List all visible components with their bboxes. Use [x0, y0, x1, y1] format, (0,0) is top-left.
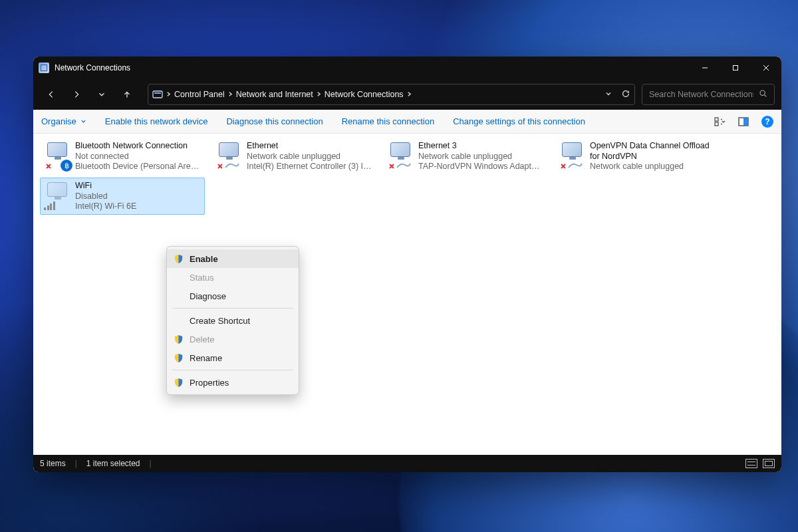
chevron-right-icon[interactable] — [227, 90, 233, 99]
command-bar: Organise Enable this network device Diag… — [33, 110, 781, 134]
connection-status: Network cable unplugged — [590, 162, 715, 172]
cm-create-shortcut[interactable]: Create Shortcut — [167, 311, 299, 330]
error-x-icon — [387, 162, 396, 171]
connection-status: Network cable unplugged — [247, 152, 372, 162]
item-count: 5 items — [40, 459, 66, 468]
error-x-icon — [44, 162, 53, 171]
svg-rect-8 — [715, 118, 718, 121]
refresh-button[interactable] — [621, 89, 630, 100]
connection-item-wifi[interactable]: WiFi Disabled Intel(R) Wi-Fi 6E — [40, 178, 205, 215]
error-x-icon — [559, 162, 568, 171]
network-adapter-icon: ฿ — [45, 141, 71, 173]
breadcrumb-mid[interactable]: Network and Internet — [236, 90, 313, 99]
preview-pane-button[interactable] — [737, 116, 749, 128]
connection-device: Intel(R) Wi-Fi 6E — [75, 201, 200, 212]
cm-status: Status — [167, 268, 299, 287]
cm-properties[interactable]: Properties — [167, 373, 299, 392]
chevron-right-icon[interactable] — [406, 90, 412, 99]
search-box[interactable] — [642, 84, 775, 105]
connection-status: Disabled — [75, 192, 200, 202]
window-title: Network Connections — [55, 63, 130, 72]
search-input[interactable] — [649, 90, 753, 99]
connection-device: TAP-NordVPN Windows Adapter ... — [418, 162, 543, 172]
connection-item-openvpn[interactable]: OpenVPN Data Channel Offload for NordVPN… — [555, 138, 720, 175]
connection-status: Not connected — [75, 152, 200, 162]
cm-delete: Delete — [167, 330, 299, 348]
help-button[interactable]: ? — [761, 116, 773, 128]
shield-icon — [174, 353, 184, 363]
network-adapter-icon — [216, 141, 243, 173]
recent-dropdown[interactable] — [90, 84, 113, 104]
cm-separator — [172, 370, 293, 370]
connection-name: Bluetooth Network Connection — [75, 141, 200, 152]
view-options-button[interactable] — [714, 116, 726, 128]
back-button[interactable] — [40, 84, 63, 104]
details-view-button[interactable] — [745, 459, 757, 468]
shield-icon — [174, 334, 184, 344]
maximize-button[interactable] — [720, 57, 751, 79]
svg-rect-1 — [733, 66, 738, 70]
breadcrumb-leaf[interactable]: Network Connections — [325, 90, 404, 99]
enable-device-cmd[interactable]: Enable this network device — [105, 116, 208, 126]
diagnose-cmd[interactable]: Diagnose this connection — [226, 116, 323, 126]
chevron-right-icon[interactable] — [166, 90, 172, 99]
organise-menu[interactable]: Organise — [41, 116, 86, 126]
cm-rename[interactable]: Rename — [167, 348, 299, 367]
wifi-bars-icon — [44, 201, 55, 210]
context-menu: Enable Status Diagnose Create Shortcut D… — [166, 246, 299, 395]
forward-button[interactable] — [65, 84, 88, 104]
svg-rect-14 — [744, 118, 748, 126]
svg-rect-9 — [715, 122, 718, 126]
svg-line-7 — [765, 95, 767, 97]
connection-item-bluetooth[interactable]: ฿ Bluetooth Network Connection Not conne… — [40, 138, 205, 175]
svg-point-11 — [721, 123, 722, 124]
shield-icon — [174, 378, 184, 388]
status-bar: 5 items | 1 item selected | — [33, 455, 781, 472]
cm-separator — [172, 308, 293, 309]
selection-count: 1 item selected — [86, 459, 140, 468]
connection-status: Network cable unplugged — [418, 152, 543, 162]
chevron-right-icon[interactable] — [316, 90, 322, 99]
svg-rect-4 — [153, 91, 162, 98]
connection-name: WiFi — [75, 181, 200, 192]
change-settings-cmd[interactable]: Change settings of this connection — [453, 116, 585, 126]
connection-device: Bluetooth Device (Personal Area ... — [75, 162, 200, 172]
network-connections-window: Network Connections Control Panel Networ… — [33, 57, 781, 472]
address-bar[interactable]: Control Panel Network and Internet Netwo… — [148, 84, 635, 105]
rename-cmd[interactable]: Rename this connection — [342, 116, 434, 126]
folder-icon — [152, 89, 163, 100]
svg-rect-5 — [154, 92, 161, 94]
cm-diagnose[interactable]: Diagnose — [167, 287, 299, 305]
shield-icon — [174, 254, 184, 264]
breadcrumb-root[interactable]: Control Panel — [174, 90, 225, 99]
address-dropdown[interactable] — [605, 90, 612, 99]
connection-item-ethernet[interactable]: Ethernet Network cable unplugged Intel(R… — [211, 138, 376, 175]
bluetooth-icon: ฿ — [61, 160, 72, 172]
svg-point-6 — [760, 90, 765, 95]
network-adapter-icon — [388, 141, 414, 173]
connection-device: Intel(R) Ethernet Controller (3) I22... — [247, 162, 372, 172]
connection-name: Ethernet 3 — [418, 141, 543, 152]
navigation-bar: Control Panel Network and Internet Netwo… — [33, 79, 781, 110]
network-adapter-icon — [559, 141, 586, 173]
content-area[interactable]: ฿ Bluetooth Network Connection Not conne… — [33, 134, 781, 455]
minimize-button[interactable] — [690, 57, 720, 79]
up-button[interactable] — [116, 84, 138, 104]
connection-name: OpenVPN Data Channel Offload for NordVPN — [590, 141, 715, 162]
network-adapter-icon — [45, 181, 71, 213]
svg-point-10 — [721, 118, 722, 120]
cm-enable[interactable]: Enable — [167, 249, 299, 268]
error-x-icon — [215, 162, 225, 171]
cable-icon — [224, 161, 240, 169]
large-icons-view-button[interactable] — [763, 459, 775, 468]
app-icon — [39, 63, 49, 73]
titlebar[interactable]: Network Connections — [33, 57, 781, 79]
connection-item-ethernet3[interactable]: Ethernet 3 Network cable unplugged TAP-N… — [383, 138, 548, 175]
connection-name: Ethernet — [247, 141, 372, 152]
close-button[interactable] — [751, 57, 781, 79]
search-icon — [759, 89, 767, 100]
